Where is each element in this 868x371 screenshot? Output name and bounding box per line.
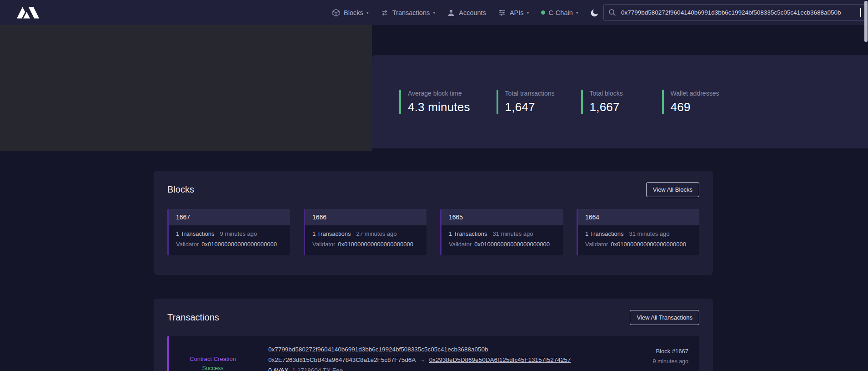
block-tx-count: 1 Transactions <box>312 230 351 237</box>
stat-wallet-addresses: Wallet addresses 469 <box>662 90 719 114</box>
nav-item-label: Blocks <box>344 9 363 16</box>
stat-average-block-time: Average block time 4.3 minutes <box>399 90 470 114</box>
block-number-link[interactable]: 1665 <box>442 209 563 225</box>
stat-value: 1,667 <box>590 100 636 114</box>
block-tx-count: 1 Transactions <box>585 230 624 237</box>
nav-item-label: Accounts <box>459 9 486 16</box>
validator-address-link[interactable]: 0x010000000000000000000000... <box>474 241 556 248</box>
search-input[interactable] <box>620 9 860 16</box>
transaction-addresses: 0x2E7263d815CbB43a9647843C8a1e2F5c87F75d… <box>268 356 593 363</box>
validator-address-link[interactable]: 0x010000000000000000000000... <box>201 241 283 248</box>
stats-row: Average block time 4.3 minutes Total tra… <box>399 90 719 114</box>
transaction-status-badge: Success <box>202 365 223 371</box>
blocks-section-card: Blocks View All Blocks 1667 1 Transactio… <box>154 171 713 275</box>
validator-label: Validator <box>585 241 608 248</box>
block-tile[interactable]: 1665 1 Transactions 31 minutes ago Valid… <box>440 209 563 255</box>
nav-item-c-chain[interactable]: C-Chain ▾ <box>541 9 578 16</box>
person-icon <box>447 9 455 17</box>
block-tile[interactable]: 1664 1 Transactions 31 minutes ago Valid… <box>577 209 699 255</box>
block-number-link[interactable]: 1664 <box>578 209 699 225</box>
text-caret <box>860 8 861 17</box>
block-age: 9 minutes ago <box>220 230 257 237</box>
block-tile[interactable]: 1666 1 Transactions 27 minutes ago Valid… <box>304 209 426 255</box>
nav-item-accounts[interactable]: Accounts <box>447 9 486 17</box>
chevron-down-icon: ▾ <box>576 10 578 15</box>
transactions-section-title: Transactions <box>167 312 219 323</box>
blocks-section-header: Blocks View All Blocks <box>154 171 713 197</box>
block-tile-body: 1 Transactions 27 minutes ago Validator0… <box>305 225 426 248</box>
stat-label: Average block time <box>408 90 470 97</box>
stat-total-blocks: Total blocks 1,667 <box>581 90 636 114</box>
transactions-section-header: Transactions View All Transactions <box>154 299 713 325</box>
stat-value: 469 <box>671 100 719 114</box>
block-tiles-row: 1667 1 Transactions 9 minutes ago Valida… <box>167 209 699 255</box>
transaction-fee: 1.1718604 TX Fee <box>292 367 343 371</box>
blocks-section-title: Blocks <box>167 184 194 195</box>
validator-address-link[interactable]: 0x010000000000000000000000... <box>611 241 692 248</box>
block-tile-body: 1 Transactions 31 minutes ago Validator0… <box>578 225 699 248</box>
view-all-transactions-button[interactable]: View All Transactions <box>630 310 699 325</box>
block-number-link[interactable]: 1667 <box>169 209 290 225</box>
block-age: 31 minutes ago <box>629 230 670 237</box>
stat-label: Total transactions <box>505 90 555 97</box>
stat-label: Wallet addresses <box>671 90 719 97</box>
validator-address-link[interactable]: 0x010000000000000000000000... <box>338 241 419 248</box>
transaction-value: 0 AVAX <box>268 367 289 371</box>
transaction-type-badge: Contract Creation <box>190 356 236 362</box>
top-navbar: Blocks ▾ Transactions ▾ Accounts APIs ▾ <box>0 0 868 25</box>
stat-value: 1,647 <box>505 100 555 114</box>
transaction-value-line: 0 AVAX1.1718604 TX Fee <box>268 367 593 371</box>
nav-item-transactions[interactable]: Transactions ▾ <box>381 9 436 17</box>
nav-item-blocks[interactable]: Blocks ▾ <box>332 9 369 17</box>
nav-links: Blocks ▾ Transactions ▾ Accounts APIs ▾ <box>332 0 599 25</box>
search-icon <box>608 9 616 16</box>
theme-toggle-button[interactable] <box>590 8 599 17</box>
validator-label: Validator <box>449 241 472 248</box>
transactions-section-card: Transactions View All Transactions Contr… <box>154 299 713 371</box>
network-stats-panel: Average block time 4.3 minutes Total tra… <box>372 55 868 148</box>
block-tile-body: 1 Transactions 31 minutes ago Validator0… <box>442 225 563 248</box>
stat-value: 4.3 minutes <box>408 100 470 114</box>
nav-item-apis[interactable]: APIs ▾ <box>498 9 529 17</box>
chevron-down-icon: ▾ <box>433 10 435 15</box>
status-dot-icon <box>541 10 545 15</box>
validator-label: Validator <box>176 241 199 248</box>
block-tile-body: 1 Transactions 9 minutes ago Validator0x… <box>169 225 290 248</box>
chevron-down-icon: ▾ <box>527 10 529 15</box>
block-tx-count: 1 Transactions <box>449 230 487 237</box>
nav-item-label: Transactions <box>392 9 430 16</box>
block-number-link[interactable]: 1666 <box>305 209 426 225</box>
transaction-detail-cell: 0x7799bd580272f9604140b6991d3bb6c19924bf… <box>257 336 604 371</box>
nav-item-label: APIs <box>510 9 524 16</box>
transaction-hash-link[interactable]: 0x7799bd580272f9604140b6991d3bb6c19924bf… <box>268 346 593 353</box>
moon-icon <box>590 8 599 17</box>
transaction-row[interactable]: Contract Creation Success 0x7799bd580272… <box>167 336 699 371</box>
validator-label: Validator <box>312 241 335 248</box>
transaction-meta-cell: Block #1667 9 minutes ago <box>604 336 699 371</box>
transaction-age: 9 minutes ago <box>604 358 688 365</box>
avalanche-logo[interactable] <box>15 6 45 20</box>
block-tile[interactable]: 1667 1 Transactions 9 minutes ago Valida… <box>167 209 290 255</box>
chevron-down-icon: ▾ <box>366 10 369 15</box>
transaction-type-cell: Contract Creation Success <box>169 336 257 371</box>
search-box <box>603 4 865 21</box>
from-address: 0x2E7263d815CbB43a9647843C8a1e2F5c87F75d… <box>268 356 416 363</box>
cube-icon <box>332 9 340 17</box>
block-age: 27 minutes ago <box>356 230 397 237</box>
block-tx-count: 1 Transactions <box>176 230 215 237</box>
stat-total-transactions: Total transactions 1,647 <box>497 90 555 114</box>
stat-label: Total blocks <box>590 90 636 97</box>
to-address-link[interactable]: 0x2938eD5D869e50DA6f125dfc45F13157f52742… <box>429 356 571 363</box>
transaction-block-link[interactable]: Block #1667 <box>604 348 688 355</box>
nav-item-label: C-Chain <box>549 9 573 16</box>
arrow-right-icon: → <box>419 356 426 363</box>
sliders-icon <box>498 9 506 17</box>
swap-arrows-icon <box>381 9 389 17</box>
block-age: 31 minutes ago <box>493 230 533 237</box>
hero-background <box>0 25 372 151</box>
vertical-scrollbar-thumb[interactable] <box>864 1 868 42</box>
view-all-blocks-button[interactable]: View All Blocks <box>646 182 699 197</box>
